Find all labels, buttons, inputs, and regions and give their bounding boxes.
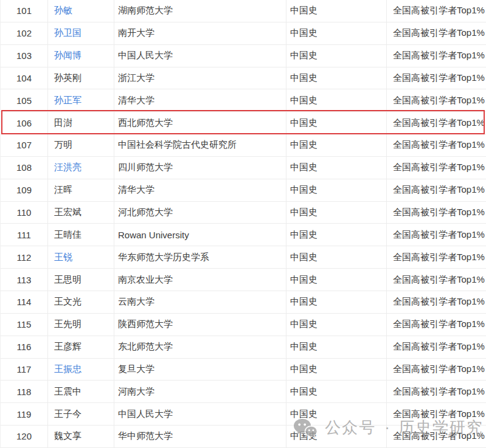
honor-cell: 全国高被引学者Top1% [387,291,486,313]
table-row-highlighted: 106 田澍 西北师范大学 中国史 全国高被引学者Top1% [1,112,486,134]
scholar-name-link[interactable]: 孙正军 [54,95,82,106]
scholar-name-link[interactable]: 王振忠 [54,364,82,375]
scholar-name: 王宏斌 [54,207,82,218]
name-cell: 孙敏 [48,0,114,22]
name-cell: 孙英刚 [48,67,114,89]
rank-cell: 114 [1,291,48,313]
table-row: 118 王震中 河南大学 中国史 全国高被引学者Top1% [1,381,486,403]
university-cell: 南开大学 [114,22,286,44]
rank-cell: 117 [1,359,48,381]
field-cell: 中国史 [286,134,387,156]
honor-cell: 全国高被引学者Top1% [387,269,486,291]
name-cell: 田澍 [48,112,114,134]
honor-cell: 全国高被引学者Top1% [387,202,486,224]
table-row: 115 王先明 陕西师范大学 中国史 全国高被引学者Top1% [1,314,486,336]
university-cell: 清华大学 [114,89,286,111]
table-row: 112 王锐 华东师范大学历史学系 中国史 全国高被引学者Top1% [1,246,486,269]
table-body: 101 孙敏 湖南师范大学 中国史 全国高被引学者Top1% 102 孙卫国 南… [1,0,486,448]
scholar-name: 万明 [54,139,72,151]
honor-cell: 全国高被引学者Top1% [387,359,486,381]
rank-cell: 101 [1,0,48,22]
rank-cell: 111 [1,224,48,246]
field-cell: 中国史 [286,314,387,336]
rank-cell: 108 [1,157,48,179]
name-cell: 王彦辉 [48,336,114,358]
university-cell: 华中师范大学 [114,426,286,447]
scholar-name-link[interactable]: 孙卫国 [54,27,82,39]
table-row: 107 万明 中国社会科学院古代史研究所 中国史 全国高被引学者Top1% [1,134,486,157]
name-cell: 孙闻博 [48,45,114,67]
name-cell: 王锐 [48,246,114,268]
name-cell: 汪洪亮 [48,157,114,179]
table-row: 102 孙卫国 南开大学 中国史 全国高被引学者Top1% [1,22,486,45]
field-cell: 中国史 [286,426,387,447]
name-cell: 王文光 [48,291,114,313]
honor-cell: 全国高被引学者Top1% [387,336,486,358]
scholar-name: 王晴佳 [54,229,82,241]
scholar-name: 孙英刚 [54,72,82,84]
rank-cell: 112 [1,246,48,268]
honor-cell: 全国高被引学者Top1% [387,179,486,201]
field-cell: 中国史 [286,246,387,268]
scholar-ranking-table: 101 孙敏 湖南师范大学 中国史 全国高被引学者Top1% 102 孙卫国 南… [0,0,486,448]
scholar-name-link[interactable]: 孙敏 [54,5,72,16]
name-cell: 王子今 [48,403,114,425]
honor-cell: 全国高被引学者Top1% [387,67,486,89]
name-cell: 汪晖 [48,179,114,201]
rank-cell: 120 [1,426,48,447]
name-cell: 王震中 [48,381,114,402]
field-cell: 中国史 [286,112,387,134]
table-row: 116 王彦辉 东北师范大学 中国史 全国高被引学者Top1% [1,336,486,359]
field-cell: 中国史 [286,224,387,246]
rank-cell: 102 [1,22,48,44]
scholar-name: 王彦辉 [54,341,82,353]
table-row: 110 王宏斌 河北师范大学 中国史 全国高被引学者Top1% [1,202,486,224]
rank-cell: 119 [1,403,48,425]
rank-cell: 113 [1,269,48,291]
scholar-name: 魏文享 [54,430,82,442]
name-cell: 魏文享 [48,426,114,447]
field-cell: 中国史 [286,157,387,179]
honor-cell: 全国高被引学者Top1% [387,314,486,336]
honor-cell: 全国高被引学者Top1% [387,246,486,268]
scholar-name-link[interactable]: 孙闻博 [54,50,82,61]
field-cell: 中国史 [286,67,387,89]
table-row: 105 孙正军 清华大学 中国史 全国高被引学者Top1% [1,89,486,112]
rank-cell: 116 [1,336,48,358]
honor-cell: 全国高被引学者Top1% [387,0,486,22]
university-cell: 华东师范大学历史学系 [114,246,286,268]
table-row: 119 王子今 中国人民大学 中国史 全国高被引学者Top1% [1,403,486,426]
rank-cell: 115 [1,314,48,336]
table-row: 104 孙英刚 浙江大学 中国史 全国高被引学者Top1% [1,67,486,90]
scholar-name: 王文光 [54,296,82,308]
university-cell: 清华大学 [114,179,286,201]
honor-cell: 全国高被引学者Top1% [387,134,486,156]
university-cell: 云南大学 [114,291,286,313]
field-cell: 中国史 [286,336,387,358]
university-cell: 四川师范大学 [114,157,286,179]
field-cell: 中国史 [286,403,387,425]
name-cell: 王振忠 [48,359,114,381]
honor-cell: 全国高被引学者Top1% [387,22,486,44]
scholar-name: 王先明 [54,319,82,330]
honor-cell: 全国高被引学者Top1% [387,224,486,246]
university-cell: 湖南师范大学 [114,0,286,22]
scholar-name: 王子今 [54,408,82,420]
scholar-name: 王思明 [54,274,82,286]
university-cell: 陕西师范大学 [114,314,286,336]
field-cell: 中国史 [286,89,387,111]
name-cell: 王先明 [48,314,114,336]
rank-cell: 110 [1,202,48,224]
field-cell: 中国史 [286,359,387,381]
university-cell: 浙江大学 [114,67,286,89]
rank-cell: 104 [1,67,48,89]
scholar-name-link[interactable]: 汪洪亮 [54,162,82,173]
university-cell: 中国人民大学 [114,403,286,425]
honor-cell: 全国高被引学者Top1% [387,426,486,447]
honor-cell: 全国高被引学者Top1% [387,89,486,111]
university-cell: 南京农业大学 [114,269,286,291]
field-cell: 中国史 [286,0,387,22]
rank-cell: 105 [1,89,48,111]
scholar-name-link[interactable]: 王锐 [54,252,72,263]
name-cell: 王宏斌 [48,202,114,224]
